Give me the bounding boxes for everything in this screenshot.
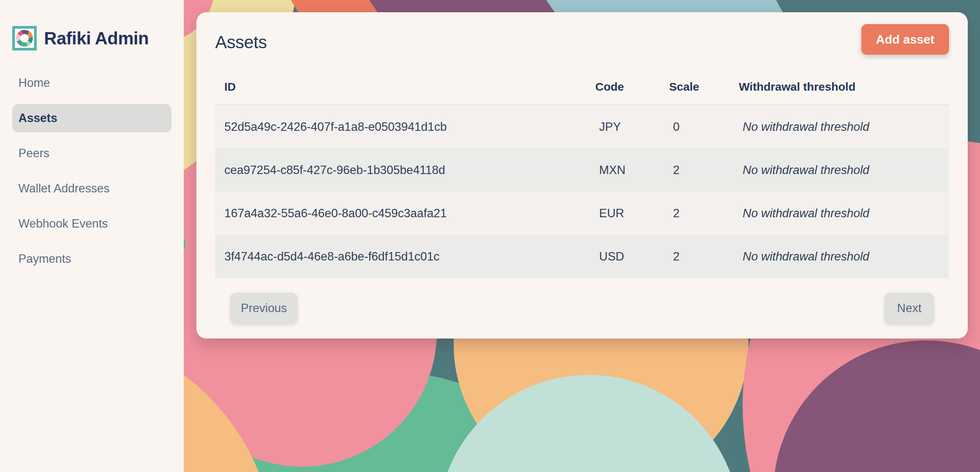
sidebar: Rafiki Admin Home Assets Peers Wallet Ad… [0,0,184,472]
sidebar-item-label: Wallet Addresses [18,182,109,195]
sidebar-item-label: Peers [18,146,49,160]
table-row[interactable]: 3f4744ac-d5d4-46e8-a6be-f6df15d1c01c USD… [215,235,949,278]
table-header-row: ID Code Scale Withdrawal threshold [215,69,949,105]
cell-threshold: No withdrawal threshold [739,120,949,134]
page-title: Assets [215,12,949,51]
cell-code: JPY [595,120,669,134]
column-header-scale: Scale [669,80,739,93]
rafiki-logo-icon [12,26,37,50]
sidebar-item-label: Home [18,76,50,90]
rafiki-logo-ring-icon [16,30,33,47]
next-page-button[interactable]: Next [884,293,934,324]
cell-threshold: No withdrawal threshold [739,163,949,177]
cell-code: MXN [595,163,669,177]
previous-page-button[interactable]: Previous [230,293,298,324]
sidebar-item-label: Webhook Events [18,217,108,231]
cell-asset-id: cea97254-c85f-427c-96eb-1b305be4118d [215,163,595,177]
add-asset-button[interactable]: Add asset [861,24,949,55]
sidebar-item-label: Payments [18,252,71,266]
table-row[interactable]: cea97254-c85f-427c-96eb-1b305be4118d MXN… [215,148,949,192]
cell-asset-id: 52d5a49c-2426-407f-a1a8-e0503941d1cb [215,120,595,134]
sidebar-item-assets[interactable]: Assets [12,104,172,132]
cell-scale: 0 [669,120,739,134]
column-header-code: Code [595,80,669,93]
cell-code: USD [595,250,669,264]
app-root: Rafiki Admin Home Assets Peers Wallet Ad… [0,0,980,472]
cell-scale: 2 [669,207,739,220]
table-body: 52d5a49c-2426-407f-a1a8-e0503941d1cb JPY… [215,105,949,278]
table-row[interactable]: 52d5a49c-2426-407f-a1a8-e0503941d1cb JPY… [215,105,949,148]
sidebar-nav: Home Assets Peers Wallet Addresses Webho… [12,69,172,280]
cell-scale: 2 [669,250,739,264]
sidebar-item-payments[interactable]: Payments [12,245,172,273]
sidebar-item-wallet-addresses[interactable]: Wallet Addresses [12,174,172,203]
cell-asset-id: 167a4a32-55a6-46e0-8a00-c459c3aafa21 [215,207,595,220]
cell-threshold: No withdrawal threshold [739,250,949,264]
table-row[interactable]: 167a4a32-55a6-46e0-8a00-c459c3aafa21 EUR… [215,192,949,235]
sidebar-item-peers[interactable]: Peers [12,139,172,168]
column-header-id: ID [215,80,595,93]
cell-threshold: No withdrawal threshold [739,207,949,220]
assets-card: Assets Add asset ID Code Scale Withdrawa… [196,12,968,339]
brand[interactable]: Rafiki Admin [12,26,149,50]
brand-title: Rafiki Admin [44,28,149,49]
cell-scale: 2 [669,163,739,177]
sidebar-item-home[interactable]: Home [12,69,172,97]
cell-asset-id: 3f4744ac-d5d4-46e8-a6be-f6df15d1c01c [215,250,595,264]
sidebar-item-label: Assets [18,111,57,125]
sidebar-item-webhook-events[interactable]: Webhook Events [12,210,172,238]
column-header-threshold: Withdrawal threshold [739,80,949,93]
cell-code: EUR [595,207,669,220]
